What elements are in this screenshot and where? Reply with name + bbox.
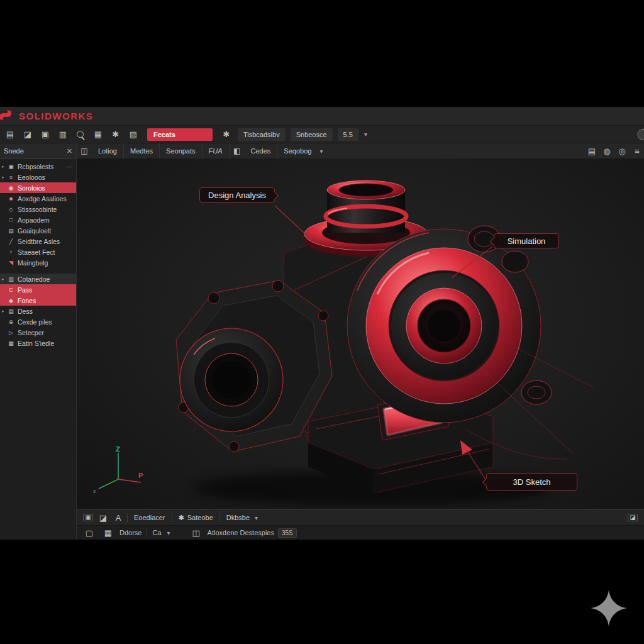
tree-icon[interactable]: ▧: [126, 128, 141, 141]
tab-cedes[interactable]: Cedes: [245, 143, 278, 158]
features-button[interactable]: Fecats: [147, 128, 213, 141]
tree-item[interactable]: ◥ Maingbelg: [0, 257, 76, 268]
search-icon[interactable]: [73, 128, 88, 141]
status-item-1[interactable]: Ddorse: [119, 529, 142, 536]
tree-item-label: Rcbpsolests: [18, 163, 53, 170]
tree-item-selected[interactable]: ◉ Soroloios: [0, 182, 76, 193]
tree-item[interactable]: ▸ ▤ Dess: [0, 306, 76, 316]
gear-icon[interactable]: ✱: [219, 128, 234, 141]
calendar-icon[interactable]: ▦: [101, 526, 116, 539]
tree-item-label: Dess: [18, 308, 33, 315]
tab-seqobog[interactable]: Seqobog: [277, 143, 318, 158]
tree-item-section[interactable]: ▸ ▥ Cotanedoe: [0, 274, 76, 284]
tree-item[interactable]: ▸ ▣ Rcbpsolests —: [0, 161, 76, 172]
note-icon[interactable]: ◫: [77, 147, 92, 155]
hamburger-icon[interactable]: ≡: [631, 145, 643, 157]
app-title: SOLIDWORKS: [19, 111, 93, 121]
camera-icon[interactable]: ◪: [96, 511, 111, 524]
screen-icon[interactable]: ◧: [230, 147, 245, 155]
tree-item-label: Maingbelg: [18, 259, 48, 267]
callout-simulation[interactable]: Simulation: [494, 233, 559, 248]
sensor-icon: ◉: [7, 185, 15, 191]
callout-label: 3D Sketch: [513, 477, 551, 487]
config-icon: C: [7, 287, 15, 293]
tree-item[interactable]: ⊕ Cexde piles: [0, 316, 76, 327]
caret-down-icon[interactable]: ▾: [167, 530, 170, 536]
toolbar-button-2[interactable]: Snbeosce: [291, 128, 333, 141]
sheet-icon[interactable]: ▦: [91, 128, 106, 141]
tree-item-label: Aopaodem: [18, 216, 50, 224]
feature-tree-header: Snede ✕: [0, 143, 76, 159]
expand-arrow-icon[interactable]: ▸: [2, 175, 7, 180]
command-dropdown-caret[interactable]: ▾: [319, 148, 323, 155]
table-icon[interactable]: ▥: [55, 128, 70, 141]
disc-icon[interactable]: ◎: [616, 145, 628, 157]
new-doc-icon[interactable]: ▤: [3, 128, 18, 141]
tree-item-selected[interactable]: C Pass: [0, 284, 76, 295]
viewport-button-2[interactable]: ✱ Sateobe: [174, 510, 218, 525]
copy-icon[interactable]: ▣: [38, 128, 53, 141]
tree-item-label: Eatin S'iedle: [18, 340, 54, 347]
text-tool-icon[interactable]: A: [111, 511, 126, 524]
callout-design-analysis[interactable]: Design Analysis: [199, 187, 275, 203]
status-item-3[interactable]: Atloxdene Destespies: [208, 529, 274, 536]
viewport-button-label: Sateobe: [187, 514, 213, 521]
tab-medtes[interactable]: Medtes: [124, 143, 160, 158]
gear-small-icon[interactable]: ✱: [108, 128, 123, 141]
globe-icon[interactable]: ◍: [601, 145, 613, 157]
feature-tree: ▸ ▣ Rcbpsolests — ▸ ≡ Eeolooos ◉ Soroloi…: [0, 159, 76, 348]
expand-arrow-icon[interactable]: ▸: [2, 164, 7, 169]
feature-tree-panel: Snede ✕ ▸ ▣ Rcbpsolests — ▸ ≡ Eeolooos ◉: [0, 143, 77, 540]
snapshot-icon[interactable]: ◪: [625, 511, 640, 524]
expand-arrow-icon[interactable]: ▸: [2, 309, 7, 314]
tree-item-label: Pass: [18, 286, 32, 294]
command-bar: ◫ Lotiog Medtes Seonpats FUA ◧ Cedes Seq…: [77, 143, 644, 159]
history-icon: ≡: [7, 174, 15, 180]
home-icon[interactable]: ▢: [82, 526, 97, 539]
expand-arrow-icon[interactable]: ▸: [2, 277, 7, 282]
toolbar-button-1[interactable]: Tisbcadsibv: [238, 128, 286, 141]
tree-item[interactable]: + Staeaet Fect: [0, 247, 76, 257]
graphics-viewport[interactable]: Design Analysis Simulation 3D Sketch Z P…: [77, 158, 644, 509]
tree-item[interactable]: ▷ Setecper: [0, 327, 76, 338]
tree-item[interactable]: ▤ Goaiquloelt: [0, 225, 76, 236]
tab-seonpats[interactable]: Seonpats: [160, 143, 202, 158]
toolbar-dropdown-caret[interactable]: ▾: [364, 131, 367, 138]
viewport-button-label: Dkbsbe: [226, 514, 250, 521]
feature-tree-title: Snede: [4, 147, 24, 155]
tree-item-selected[interactable]: ◆ Fones: [0, 295, 76, 306]
viewport-button-3[interactable]: Dkbsbe ▾: [221, 510, 265, 525]
tree-item[interactable]: ▸ ≡ Eeolooos: [0, 172, 76, 182]
brand-logo: SOLIDWORKS: [0, 109, 93, 123]
viewport-button-1[interactable]: Eoediacer: [129, 510, 170, 525]
annotations-icon: ■: [7, 196, 15, 202]
close-icon[interactable]: ✕: [67, 147, 72, 155]
solidworks-logo-icon: [0, 109, 15, 123]
tab-lotiog[interactable]: Lotiog: [92, 143, 124, 158]
fit-view-icon[interactable]: ▣: [80, 511, 96, 524]
tree-item[interactable]: ╱ Seidtbre Asles: [0, 236, 76, 247]
3d-model-render[interactable]: [77, 158, 644, 509]
open-doc-icon[interactable]: ◪: [20, 128, 35, 141]
tree-item-label: Aoxdge Asalioes: [18, 195, 67, 203]
tree-item[interactable]: ■ Aoxdge Asalioes: [0, 193, 76, 204]
part-icon: ▣: [7, 164, 15, 170]
solidworks-window: SOLIDWORKS ▤ ◪ ▣ ▥ ▦ ✱ ▧ Fecats ✱ Tisbca…: [0, 107, 644, 540]
extrude-icon: ▦: [7, 340, 15, 347]
toolbar-button-3[interactable]: 5.5: [338, 128, 358, 141]
tree-item[interactable]: ◇ Stisssoobinte: [0, 204, 76, 214]
film-icon[interactable]: ▤: [586, 145, 597, 157]
tree-item[interactable]: □ Aopaodem: [0, 214, 76, 225]
triad-z-label: Z: [116, 447, 120, 453]
tree-item-label: Setecper: [18, 329, 44, 336]
viewport-button-label: Eoediacer: [134, 514, 165, 521]
status-bar: ▢ ▦ Ddorse Ca ▾ ◫ Atloxdene Destespies 3…: [77, 526, 644, 540]
callout-3d-sketch[interactable]: 3D Sketch: [486, 473, 577, 491]
zoom-badge: 35S: [278, 528, 297, 538]
tree-item[interactable]: ▦ Eatin S'iedle: [0, 338, 76, 348]
tab-fua[interactable]: FUA: [203, 143, 230, 158]
callout-label: Simulation: [508, 236, 546, 246]
folder-icon: ▥: [7, 276, 15, 282]
status-item-2[interactable]: Ca: [152, 529, 161, 536]
origin-icon: +: [7, 249, 15, 255]
